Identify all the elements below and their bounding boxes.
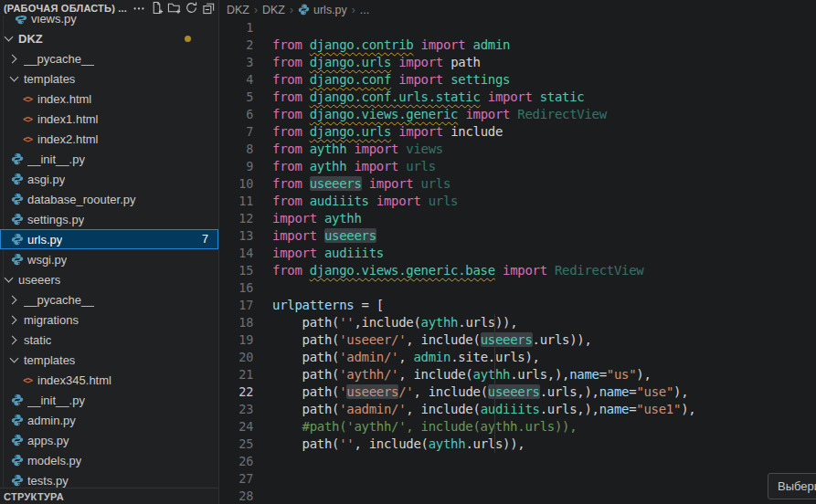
tree-item-settings-py[interactable]: settings.py xyxy=(0,209,218,229)
code-text: from django.conf.urls.static import stat… xyxy=(272,89,584,106)
tree-item-templates[interactable]: templates xyxy=(0,350,218,370)
code-text: from django.contrib import admin xyxy=(272,37,510,54)
line-number: 3 xyxy=(220,54,253,71)
code-line-12[interactable]: 12import aythh xyxy=(220,210,816,227)
code-line-4[interactable]: 4from django.conf import settings xyxy=(220,71,816,89)
line-number: 26 xyxy=(220,453,253,470)
line-number: 7 xyxy=(220,123,253,141)
code-line-27[interactable]: 27 xyxy=(220,470,816,488)
tree-item-apps-py[interactable]: apps.py xyxy=(0,430,218,450)
explorer-section-header: (РАБОЧАЯ ОБЛАСТЬ) ... xyxy=(0,0,218,16)
tree-item-migrations[interactable]: migrations xyxy=(0,310,218,330)
breadcrumb-item[interactable]: urls.py xyxy=(313,4,347,16)
code-line-15[interactable]: 15from django.views.generic.base import … xyxy=(220,262,816,279)
breadcrumb-item[interactable]: ... xyxy=(360,4,369,16)
code-line-3[interactable]: 3from django.urls import path xyxy=(220,54,816,71)
code-line-2[interactable]: 2from django.contrib import admin xyxy=(220,37,816,54)
line-number: 17 xyxy=(220,297,253,314)
chevron-down-icon xyxy=(5,33,14,42)
tree-item-static[interactable]: static xyxy=(0,330,218,350)
tree-item-index2-html[interactable]: <>index2.html xyxy=(0,129,218,149)
code-line-8[interactable]: 8from aythh import views xyxy=(220,141,816,158)
line-number: 11 xyxy=(220,193,253,210)
tooltip-text: Выберите последовательность конца строки xyxy=(778,479,816,493)
line-number: 2 xyxy=(220,37,253,54)
code-line-20[interactable]: 20 path('admin/', admin.site.urls), xyxy=(220,349,816,366)
tree-item-useeers[interactable]: useeers xyxy=(0,269,218,289)
code-line-19[interactable]: 19 path('useeer/', include(useeers.urls)… xyxy=(220,331,816,349)
line-number: 14 xyxy=(220,245,253,262)
code-line-13[interactable]: 13import useeers xyxy=(220,227,816,245)
tree-item-label: urls.py xyxy=(27,233,62,247)
code-line-23[interactable]: 23 path('aadmin/', include(audiiits.urls… xyxy=(220,401,816,418)
eol-sequence-tooltip: Выберите последовательность конца строки xyxy=(768,473,816,499)
code-line-26[interactable]: 26 xyxy=(220,453,816,470)
code-text: path('aadmin/', include(audiiits.urls,),… xyxy=(272,401,695,418)
code-line-28[interactable]: 28 xyxy=(220,488,816,504)
html-file-icon: <> xyxy=(21,112,34,125)
tree-item-index1-html[interactable]: <>index1.html xyxy=(0,109,218,129)
code-line-18[interactable]: 18 path('',include(aythh.urls)), xyxy=(220,314,816,331)
tree-item--pycache-[interactable]: __pycache__ xyxy=(0,48,218,68)
code-line-21[interactable]: 21 path('aythh/', include(aythh.urls,),n… xyxy=(220,366,816,383)
collapse-all-icon[interactable] xyxy=(200,1,217,16)
line-number: 16 xyxy=(220,279,253,297)
tree-item-DKZ[interactable]: DKZ xyxy=(0,28,218,48)
line-number: 4 xyxy=(220,71,253,89)
refresh-icon[interactable] xyxy=(183,1,199,16)
code-line-9[interactable]: 9from aythh import urls xyxy=(220,158,816,175)
code-line-6[interactable]: 6from django.views.generic import Redire… xyxy=(220,106,816,123)
tree-item-label: migrations xyxy=(24,313,79,327)
code-line-7[interactable]: 7from django.urls import include xyxy=(220,123,816,141)
breadcrumb-item[interactable]: DKZ xyxy=(262,4,285,16)
code-area[interactable]: 12from django.contrib import admin3from … xyxy=(220,19,816,504)
line-number: 18 xyxy=(220,314,253,331)
tree-item-label: models.py xyxy=(27,454,81,467)
python-file-icon xyxy=(11,474,24,487)
breadcrumb-separator-icon: › xyxy=(254,4,258,16)
more-actions-icon[interactable] xyxy=(131,1,147,16)
code-line-1[interactable]: 1 xyxy=(220,19,816,37)
code-line-11[interactable]: 11from audiiits import urls xyxy=(220,193,816,210)
tree-item--pycache-[interactable]: __pycache__ xyxy=(0,289,218,310)
tree-item-index-html[interactable]: <>index.html xyxy=(0,89,218,109)
python-file-icon xyxy=(11,152,24,165)
code-line-24[interactable]: 24 #path('aythh/', include(aythh.urls)), xyxy=(220,418,816,436)
tree-item--init-py[interactable]: __init__.py xyxy=(0,149,218,169)
code-text: path('', include(aythh.urls)), xyxy=(272,436,525,453)
line-number: 9 xyxy=(220,158,253,175)
tree-item--init-py[interactable]: __init__.py xyxy=(0,390,218,410)
line-number: 8 xyxy=(220,141,253,158)
code-line-14[interactable]: 14import audiiits xyxy=(220,245,816,262)
tree-item-admin-py[interactable]: admin.py xyxy=(0,410,218,430)
tree-item-urls-py[interactable]: urls.py7 xyxy=(0,229,218,249)
python-file-icon xyxy=(11,253,24,266)
python-file-icon xyxy=(11,173,24,185)
chevron-down-icon xyxy=(10,73,19,82)
code-text: from django.urls import path xyxy=(272,54,481,71)
tree-item-database-roouter-py[interactable]: database_roouter.py xyxy=(0,189,218,209)
code-text: from aythh import urls xyxy=(272,158,436,175)
breadcrumb-item[interactable]: DKZ xyxy=(227,4,249,16)
tree-item-wsgi-py[interactable]: wsgi.py xyxy=(0,249,218,269)
line-number: 27 xyxy=(220,470,253,488)
tree-item-label: static xyxy=(24,333,51,347)
tree-item-index345-html[interactable]: <>index345.html xyxy=(0,370,218,390)
html-file-icon: <> xyxy=(21,92,34,105)
code-line-22[interactable]: 22 path('useeers/', include(useeers.urls… xyxy=(220,383,816,401)
tree-item-models-py[interactable]: models.py xyxy=(0,450,218,470)
tree-item-label: __init__.py xyxy=(27,152,85,166)
code-line-16[interactable]: 16 xyxy=(220,279,816,297)
code-line-10[interactable]: 10from useeers import urls xyxy=(220,175,816,193)
code-text: import useeers xyxy=(272,227,376,245)
code-line-5[interactable]: 5from django.conf.urls.static import sta… xyxy=(220,89,816,106)
tree-item-label: __init__.py xyxy=(27,394,85,407)
tree-item-templates[interactable]: templates xyxy=(0,68,218,89)
tree-item-asgi-py[interactable]: asgi.py xyxy=(0,169,218,189)
outline-section-header[interactable]: СТРУКТУРА xyxy=(0,488,218,504)
code-line-25[interactable]: 25 path('', include(aythh.urls)), xyxy=(220,436,816,453)
new-folder-icon[interactable] xyxy=(165,1,182,16)
new-file-icon[interactable] xyxy=(148,1,164,16)
code-text: from django.conf import settings xyxy=(272,71,510,89)
code-line-17[interactable]: 17urlpatterns = [ xyxy=(220,297,816,314)
